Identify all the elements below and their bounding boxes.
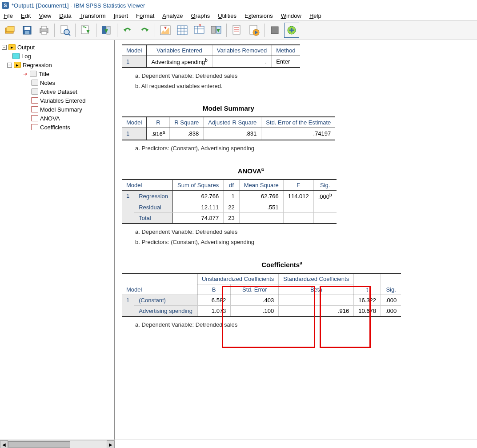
tree-regression[interactable]: − ▸ Regression: [2, 60, 112, 69]
svg-rect-30: [211, 26, 216, 33]
menu-data[interactable]: Data: [59, 12, 71, 19]
cell-model: 1: [122, 56, 147, 68]
print-button[interactable]: [36, 23, 52, 38]
tree-anova[interactable]: ANOVA: [2, 114, 112, 123]
cell: .551: [239, 202, 283, 212]
menu-graphs[interactable]: Graphs: [191, 12, 210, 19]
footnote-a: a. Predictors: (Constant), Advertising s…: [122, 143, 477, 153]
tree-log[interactable]: Log: [2, 52, 112, 60]
output-view[interactable]: Model Variables Entered Variables Remove…: [115, 40, 477, 440]
col-stderr: Std. Error of the Estimate: [261, 117, 335, 128]
tree-varent-label: Variables Entered: [40, 97, 85, 104]
cell: 114.012: [283, 190, 313, 202]
run-button[interactable]: [246, 23, 261, 38]
menu-format[interactable]: Format: [136, 12, 154, 19]
model-summary-title: Model Summary: [122, 104, 335, 112]
cell: [313, 212, 336, 224]
designate-button[interactable]: [229, 23, 245, 38]
tree-coef-label: Coefficients: [40, 124, 70, 131]
goto-case-button[interactable]: [192, 23, 207, 38]
undo-button[interactable]: [120, 23, 135, 38]
outline-tree[interactable]: − ▸ Output Log − ▸ Regression ➔ Title No…: [0, 40, 115, 440]
collapse-icon[interactable]: −: [2, 45, 7, 50]
tree-root[interactable]: − ▸ Output: [2, 43, 112, 52]
cell: .403: [231, 295, 279, 305]
open-button[interactable]: [3, 23, 18, 38]
cell: 23: [224, 212, 239, 224]
svg-rect-40: [271, 27, 278, 34]
cell: 74.877: [173, 212, 224, 224]
cell: 62.766: [239, 190, 283, 202]
col-model: Model: [122, 180, 173, 191]
cell: Regression: [134, 190, 173, 202]
cell: [239, 212, 283, 224]
menu-transform[interactable]: Transform: [80, 12, 106, 19]
redo-button[interactable]: [137, 23, 152, 38]
tree-title[interactable]: ➔ Title: [2, 69, 112, 78]
scrollbar-thumb[interactable]: [8, 441, 70, 448]
tree-active-dataset[interactable]: Active Dataset: [2, 87, 112, 96]
tree-active-label: Active Dataset: [40, 88, 77, 95]
col-r: R: [147, 117, 170, 128]
collapse-icon[interactable]: −: [7, 63, 12, 68]
menu-extensions[interactable]: Extensions: [245, 12, 273, 19]
svg-rect-33: [233, 25, 240, 34]
menu-analyze[interactable]: Analyze: [162, 12, 183, 19]
variables-button[interactable]: [208, 23, 224, 38]
tree-coefficients[interactable]: Coefficients: [2, 123, 112, 132]
col-model: Model: [122, 117, 147, 128]
menu-edit[interactable]: Edit: [21, 12, 31, 19]
tree-variables-entered[interactable]: Variables Entered: [2, 96, 112, 105]
cell: Advertising spending: [134, 305, 197, 316]
menubar: File Edit View Data Transform Insert For…: [0, 11, 477, 20]
col-rsq: R Square: [170, 117, 204, 128]
title-icon: [30, 71, 37, 77]
add-button[interactable]: [284, 23, 299, 38]
anova-title: ANOVAa: [122, 167, 380, 175]
col-entered: Variables Entered: [147, 45, 212, 56]
tree-model-summary[interactable]: Model Summary: [2, 105, 112, 114]
cell-entered: Advertising spendingb: [147, 56, 212, 68]
pivot-button[interactable]: [175, 23, 190, 38]
menu-view[interactable]: View: [39, 12, 51, 19]
menu-file[interactable]: File: [4, 12, 13, 19]
tree-log-label: Log: [21, 53, 31, 60]
col-beta: Beta: [279, 284, 354, 295]
cell: .000: [381, 305, 401, 316]
goto-data-button[interactable]: [99, 23, 114, 38]
cell: [313, 202, 336, 212]
chart-button[interactable]: [158, 23, 173, 38]
cell-removed: .: [212, 56, 271, 68]
cell: (Constant): [134, 295, 197, 305]
cell: [283, 212, 313, 224]
menu-window[interactable]: Window: [281, 12, 301, 19]
toolbar: [0, 20, 477, 40]
col-model: Model: [122, 45, 147, 56]
stop-button[interactable]: [267, 23, 282, 38]
dataset-icon: [31, 88, 38, 95]
tree-root-label: Output: [17, 44, 35, 51]
col-removed: Variables Removed: [212, 45, 271, 56]
export-button[interactable]: [78, 23, 93, 38]
print-preview-button[interactable]: [57, 23, 72, 38]
cell: Residual: [134, 202, 173, 212]
menu-insert[interactable]: Insert: [114, 12, 128, 19]
cell: 1: [122, 190, 134, 224]
col-ms: Mean Square: [239, 180, 283, 191]
titlebar: S *Output1 [Document1] - IBM SPSS Statis…: [0, 0, 477, 11]
menu-help[interactable]: Help: [309, 12, 321, 19]
col-df: df: [224, 180, 239, 191]
tree-notes[interactable]: Notes: [2, 78, 112, 87]
menu-utilities[interactable]: Utilities: [218, 12, 236, 19]
scroll-right-icon[interactable]: ▶: [107, 440, 115, 448]
save-button[interactable]: [20, 23, 35, 38]
cell: 16.322: [354, 295, 381, 305]
folder-icon: ▸: [14, 62, 21, 68]
footnote-a: a. Dependent Variable: Detrended sales: [122, 71, 477, 81]
scroll-left-icon[interactable]: ◀: [0, 440, 8, 448]
cell: 1: [224, 190, 239, 202]
cell: .74197: [261, 128, 335, 140]
app-icon: S: [2, 2, 9, 9]
tree-hscrollbar[interactable]: ◀ ▶: [0, 440, 115, 448]
cell: 1: [122, 128, 147, 140]
